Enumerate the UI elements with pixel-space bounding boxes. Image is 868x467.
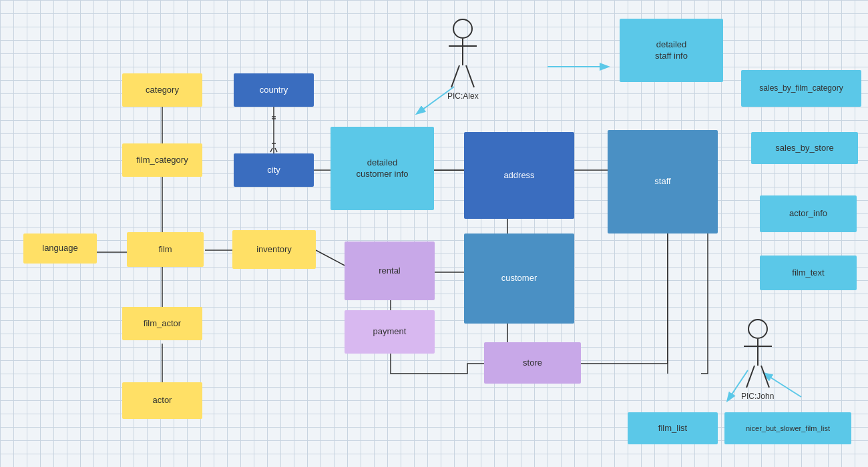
node-film-actor[interactable]: film_actor xyxy=(122,307,202,340)
actor-john: PIC:John xyxy=(741,319,774,401)
node-film[interactable]: film xyxy=(127,232,204,267)
actor-alex-label: PIC:Alex xyxy=(447,91,479,101)
svg-line-23 xyxy=(270,148,272,152)
node-nicer-but-slower-film-list[interactable]: nicer_but_slower_film_list xyxy=(724,412,851,444)
node-language[interactable]: language xyxy=(23,234,97,264)
node-sales-by-film-category[interactable]: sales_by_film_category xyxy=(741,70,861,107)
node-actor-info[interactable]: actor_info xyxy=(760,195,857,232)
node-film-category[interactable]: film_category xyxy=(122,143,202,177)
node-customer[interactable]: customer xyxy=(464,234,574,324)
actor-alex-legs xyxy=(459,65,467,89)
actor-john-arms xyxy=(744,346,772,347)
node-store[interactable]: store xyxy=(484,342,581,384)
actor-alex-leg-right xyxy=(465,65,475,88)
actor-alex-body xyxy=(462,39,463,65)
node-payment[interactable]: payment xyxy=(345,310,435,354)
actor-john-head xyxy=(748,319,768,339)
actor-alex-arms xyxy=(449,45,477,47)
node-rental[interactable]: rental xyxy=(345,242,435,300)
node-category[interactable]: category xyxy=(122,73,202,107)
node-staff[interactable]: staff xyxy=(608,130,718,234)
node-film-list[interactable]: film_list xyxy=(628,412,718,444)
actor-alex: PIC:Alex xyxy=(447,19,479,101)
node-detailed-staff-info[interactable]: detailed staff info xyxy=(620,19,723,82)
actor-john-legs xyxy=(754,366,762,389)
node-sales-by-store[interactable]: sales_by_store xyxy=(751,132,858,164)
svg-line-24 xyxy=(275,148,277,152)
actor-john-leg-left xyxy=(746,366,755,388)
node-inventory[interactable]: inventory xyxy=(232,230,316,269)
node-film-text[interactable]: film_text xyxy=(760,256,857,290)
svg-line-8 xyxy=(316,250,347,267)
node-actor[interactable]: actor xyxy=(122,382,202,419)
node-city[interactable]: city xyxy=(234,153,314,187)
node-address[interactable]: address xyxy=(464,132,574,219)
actor-alex-leg-left xyxy=(451,65,460,88)
actor-alex-head xyxy=(453,19,473,39)
node-country[interactable]: country xyxy=(234,73,314,107)
node-detailed-customer-info[interactable]: detailed customer info xyxy=(331,127,434,210)
actor-john-label: PIC:John xyxy=(741,392,774,401)
actor-john-leg-right xyxy=(761,366,770,388)
actor-john-body xyxy=(757,339,758,366)
